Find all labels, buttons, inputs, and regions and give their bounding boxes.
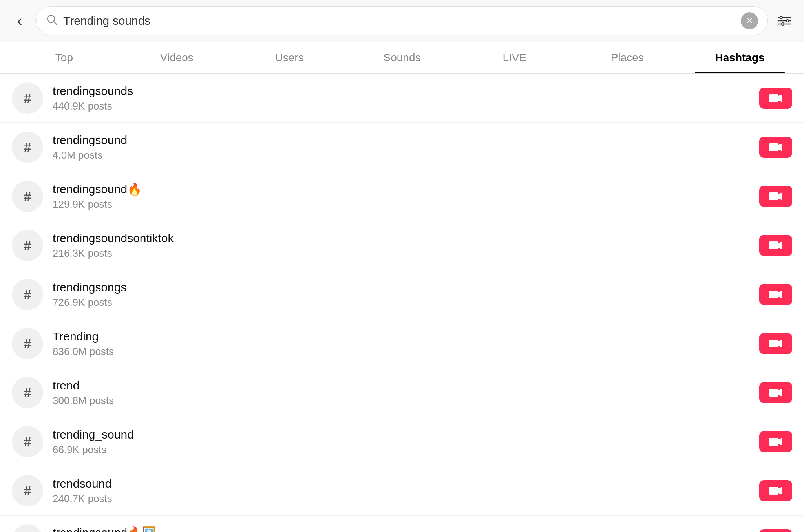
list-item[interactable]: # trend 300.8M posts (0, 368, 804, 417)
camera-icon (769, 93, 783, 103)
clear-button[interactable]: ✕ (741, 12, 758, 29)
video-button[interactable] (759, 235, 792, 256)
svg-line-1 (54, 21, 57, 24)
item-title: trendingsounds (53, 84, 750, 98)
tab-videos[interactable]: Videos (121, 42, 233, 73)
video-button[interactable] (759, 186, 792, 207)
video-button[interactable] (759, 333, 792, 354)
svg-rect-14 (769, 241, 778, 249)
item-subtitle: 4.0M posts (53, 149, 750, 161)
list-item[interactable]: # Trending 836.0M posts (0, 319, 804, 368)
item-text: trendsound 240.7K posts (53, 477, 750, 505)
search-input[interactable] (63, 14, 735, 27)
back-button[interactable]: ‹ (9, 11, 30, 31)
item-subtitle: 240.7K posts (53, 493, 750, 505)
back-icon: ‹ (17, 13, 22, 29)
video-button[interactable] (759, 137, 792, 158)
search-input-wrapper: ✕ (36, 6, 768, 35)
item-text: trending_sound 66.9K posts (53, 428, 750, 456)
item-title: trending_sound (53, 428, 750, 441)
video-button[interactable] (759, 88, 792, 109)
item-subtitle: 440.9K posts (53, 100, 750, 112)
clear-icon: ✕ (746, 16, 753, 26)
svg-rect-20 (769, 389, 778, 397)
svg-marker-13 (778, 192, 782, 200)
list-item[interactable]: # trendingsound🔥🖼️ 1118 posts (0, 516, 804, 532)
item-subtitle: 129.9K posts (53, 198, 750, 210)
svg-rect-18 (769, 340, 778, 347)
hashtag-icon: # (12, 132, 43, 163)
svg-rect-12 (769, 192, 778, 200)
hashtag-icon: # (12, 328, 43, 359)
list-item[interactable]: # trendingsounds 440.9K posts (0, 74, 804, 123)
search-bar-container: ‹ ✕ (0, 0, 804, 42)
hashtag-icon: # (12, 181, 43, 212)
hashtag-icon: # (12, 230, 43, 261)
svg-marker-15 (778, 241, 782, 249)
svg-marker-9 (778, 94, 782, 102)
item-text: trendingsound🔥🖼️ 1118 posts (53, 526, 750, 532)
tabs-container: Top Videos Users Sounds LIVE Places Hash… (0, 42, 804, 74)
item-title: trendingsound🔥 (53, 182, 750, 196)
item-title: trend (53, 379, 750, 392)
item-text: trendingsounds 440.9K posts (53, 84, 750, 112)
video-button[interactable] (759, 431, 792, 452)
svg-point-5 (780, 16, 782, 19)
tab-live[interactable]: LIVE (458, 42, 571, 73)
video-button[interactable] (759, 529, 792, 532)
hashtag-icon: # (12, 426, 43, 457)
svg-rect-16 (769, 291, 778, 298)
svg-point-6 (786, 20, 789, 22)
camera-icon (769, 388, 783, 398)
item-title: trendingsongs (53, 281, 750, 294)
item-title: Trending (53, 330, 750, 343)
hashtag-icon: # (12, 82, 43, 114)
camera-icon (769, 191, 783, 201)
search-icon (46, 14, 58, 28)
hashtag-list: # trendingsounds 440.9K posts # trending… (0, 74, 804, 532)
svg-rect-24 (769, 487, 778, 495)
item-title: trendsound (53, 477, 750, 490)
item-text: trendingsoundsontiktok 216.3K posts (53, 232, 750, 260)
item-title: trendingsound (53, 133, 750, 147)
svg-marker-25 (778, 487, 782, 495)
list-item[interactable]: # trendingsongs 726.9K posts (0, 270, 804, 319)
svg-marker-17 (778, 291, 782, 298)
video-button[interactable] (759, 284, 792, 305)
list-item[interactable]: # trendingsound 4.0M posts (0, 123, 804, 172)
filter-button[interactable] (774, 11, 795, 31)
hashtag-icon: # (12, 279, 43, 310)
item-text: trendingsound 4.0M posts (53, 133, 750, 161)
camera-icon (769, 437, 783, 447)
tab-top[interactable]: Top (8, 42, 121, 73)
hashtag-icon: # (12, 377, 43, 408)
video-button[interactable] (759, 480, 792, 501)
tab-sounds[interactable]: Sounds (346, 42, 459, 73)
item-title: trendingsound🔥🖼️ (53, 526, 750, 532)
list-item[interactable]: # trendingsoundsontiktok 216.3K posts (0, 221, 804, 270)
camera-icon (769, 486, 783, 496)
hashtag-icon: # (12, 475, 43, 506)
list-item[interactable]: # trendsound 240.7K posts (0, 466, 804, 516)
tab-hashtags[interactable]: Hashtags (683, 42, 796, 73)
camera-icon (769, 142, 783, 152)
item-subtitle: 836.0M posts (53, 346, 750, 358)
svg-marker-11 (778, 143, 782, 151)
item-subtitle: 300.8M posts (53, 395, 750, 407)
video-button[interactable] (759, 382, 792, 403)
camera-icon (769, 338, 783, 349)
list-item[interactable]: # trendingsound🔥 129.9K posts (0, 172, 804, 221)
svg-rect-8 (769, 94, 778, 102)
item-subtitle: 66.9K posts (53, 444, 750, 456)
item-text: Trending 836.0M posts (53, 330, 750, 358)
item-subtitle: 726.9K posts (53, 296, 750, 309)
svg-marker-21 (778, 389, 782, 397)
camera-icon (769, 289, 783, 300)
tab-places[interactable]: Places (571, 42, 683, 73)
svg-marker-19 (778, 340, 782, 347)
list-item[interactable]: # trending_sound 66.9K posts (0, 417, 804, 466)
camera-icon (769, 240, 783, 250)
hashtag-icon: # (12, 524, 43, 532)
svg-point-7 (782, 23, 784, 25)
tab-users[interactable]: Users (233, 42, 346, 73)
